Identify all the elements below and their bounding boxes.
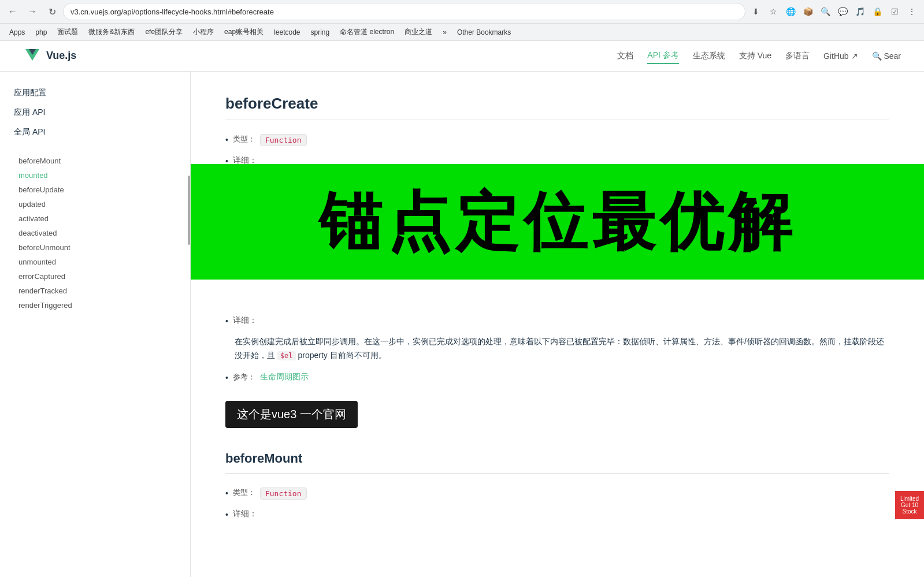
sidebar-item-errorcaptured[interactable]: errorCaptured xyxy=(0,269,190,284)
app-root: ← → ↻ ⬇ ☆ 🌐 📦 🔍 💬 🎵 🔒 ☑ ⋮ Apps php 面试题 微… xyxy=(0,0,924,577)
ext4-icon[interactable]: 💬 xyxy=(835,4,850,19)
adobe-panel[interactable]: Limited Get 10 Stock xyxy=(895,491,924,519)
search-button[interactable]: 🔍 Sear xyxy=(872,51,901,61)
bullet-icon-6: • xyxy=(225,510,228,519)
type-bullet: • 类型： Function xyxy=(225,134,889,146)
bookmark-eap[interactable]: eap账号相关 xyxy=(220,26,268,38)
type-label-2: 类型： xyxy=(233,487,255,498)
ext3-icon[interactable]: 🔍 xyxy=(818,4,833,19)
sidebar-section-app-config[interactable]: 应用配置 xyxy=(0,83,190,103)
type-value: Function xyxy=(260,134,307,146)
ext6-icon[interactable]: 🔒 xyxy=(870,4,885,19)
nav-github[interactable]: GitHub ↗ xyxy=(823,49,858,63)
type-label: 类型： xyxy=(233,134,255,144)
browser-icons: ⬇ ☆ 🌐 📦 🔍 💬 🎵 🔒 ☑ ⋮ xyxy=(748,4,919,19)
bookmark-efe[interactable]: efe团队分享 xyxy=(140,26,187,38)
refresh-button[interactable]: ↻ xyxy=(44,3,60,20)
section-title-beforecreate: beforeCreate xyxy=(225,95,889,120)
bookmark-micro[interactable]: 微服务&新东西 xyxy=(84,26,139,38)
adobe-text-1: Limited xyxy=(897,496,922,502)
sidebar-item-updated[interactable]: updated xyxy=(0,197,190,211)
section-title-beforemount: beforeMount xyxy=(225,451,889,474)
bookmark-business[interactable]: 商业之道 xyxy=(400,26,437,38)
adobe-text-2: Get 10 xyxy=(897,502,922,508)
bookmark-mini[interactable]: 小程序 xyxy=(188,26,218,38)
ext2-icon[interactable]: 📦 xyxy=(800,4,815,19)
nav-docs[interactable]: 文档 xyxy=(617,49,633,64)
ref-bullet: • 参考： 生命周期图示 xyxy=(225,372,889,382)
adobe-text-3: Stock xyxy=(897,508,922,515)
bookmark-php[interactable]: php xyxy=(31,27,51,38)
sidebar-item-rendertriggered[interactable]: renderTriggered xyxy=(0,298,190,312)
bookmark-interview[interactable]: 面试题 xyxy=(53,26,83,38)
sidebar-item-unmounted[interactable]: unmounted xyxy=(0,255,190,269)
logo-area: Vue.js xyxy=(23,47,76,65)
overlay-text: 锚点定位最优解 xyxy=(319,190,796,254)
sidebar-item-beforemount[interactable]: beforeMount xyxy=(0,154,190,168)
lifecycle-diagram-link[interactable]: 生命周期图示 xyxy=(260,372,309,382)
ref-label: 参考： xyxy=(233,372,255,382)
type-value-2: Function xyxy=(260,487,307,500)
bookmark-more[interactable]: » xyxy=(438,27,451,38)
site-header: Vue.js 文档 API 参考 生态系统 支持 Vue 多语言 GitHub … xyxy=(0,41,924,72)
detail-text-2b: property 目前尚不可用。 xyxy=(298,351,386,360)
vue-logo-icon xyxy=(23,47,42,65)
bullet-icon: • xyxy=(225,135,228,144)
content-area: 应用配置 应用 API 全局 API beforeMount mounted b… xyxy=(0,72,924,577)
green-overlay-banner: 锚点定位最优解 xyxy=(191,164,924,280)
detail-bullet-3: • 详细： xyxy=(225,509,889,519)
detail-label-2: 详细： xyxy=(233,315,257,326)
bookmark-spring[interactable]: spring xyxy=(306,27,335,38)
sidebar-item-activated[interactable]: activated xyxy=(0,211,190,226)
black-banner: 这个是vue3 一个官网 xyxy=(225,401,358,428)
nav-api[interactable]: API 参考 xyxy=(647,48,678,64)
browser-toolbar: ← → ↻ ⬇ ☆ 🌐 📦 🔍 💬 🎵 🔒 ☑ ⋮ xyxy=(0,0,924,23)
detail-text-2: 在实例创建完成后被立即同步调用。在这一步中，实例已完成对选项的处理，意味着以下内… xyxy=(225,335,889,363)
browser-chrome: ← → ↻ ⬇ ☆ 🌐 📦 🔍 💬 🎵 🔒 ☑ ⋮ Apps php 面试题 微… xyxy=(0,0,924,41)
ext1-icon[interactable]: 🌐 xyxy=(783,4,798,19)
sidebar-item-beforeunmount[interactable]: beforeUnmount xyxy=(0,240,190,255)
main-nav: 文档 API 参考 生态系统 支持 Vue 多语言 GitHub ↗ 🔍 Sea… xyxy=(617,48,901,64)
ext5-icon[interactable]: 🎵 xyxy=(852,4,867,19)
main-article: beforeCreate • 类型： Function • 详细： 在实例初始化… xyxy=(191,72,924,577)
nav-ecosystem[interactable]: 生态系统 xyxy=(693,49,725,64)
screenshot-icon[interactable]: ⬇ xyxy=(748,4,763,19)
sidebar-item-rendertracked[interactable]: renderTracked xyxy=(0,284,190,298)
sidebar-item-beforeupdate[interactable]: beforeUpdate xyxy=(0,183,190,197)
bookmark-leetcode[interactable]: leetcode xyxy=(269,27,305,38)
bullet-icon-5: • xyxy=(225,489,228,498)
site-title: Vue.js xyxy=(46,50,76,62)
scroll-bar[interactable] xyxy=(188,72,190,577)
back-button[interactable]: ← xyxy=(5,3,21,20)
bookmark-apps[interactable]: Apps xyxy=(5,27,29,38)
scroll-thumb[interactable] xyxy=(188,176,190,245)
star-icon[interactable]: ☆ xyxy=(766,4,781,19)
sidebar-item-mounted[interactable]: mounted xyxy=(0,168,190,183)
forward-button[interactable]: → xyxy=(24,3,40,20)
bookmark-electron[interactable]: 命名管道 electron xyxy=(335,26,399,38)
sidebar: 应用配置 应用 API 全局 API beforeMount mounted b… xyxy=(0,72,191,577)
type-bullet-2: • 类型： Function xyxy=(225,487,889,500)
address-bar[interactable] xyxy=(64,3,745,20)
nav-support[interactable]: 支持 Vue xyxy=(739,49,771,64)
ext7-icon[interactable]: ☑ xyxy=(887,4,902,19)
sidebar-section-app-api[interactable]: 应用 API xyxy=(0,103,190,122)
detail-label-3: 详细： xyxy=(233,509,257,519)
nav-language[interactable]: 多语言 xyxy=(785,49,810,64)
bullet-icon-3: • xyxy=(225,317,228,326)
bookmarks-bar: Apps php 面试题 微服务&新东西 efe团队分享 小程序 eap账号相关… xyxy=(0,23,924,40)
inline-code-sel: $el xyxy=(277,351,296,360)
more-icon[interactable]: ⋮ xyxy=(904,4,919,19)
sidebar-item-deactivated[interactable]: deactivated xyxy=(0,226,190,240)
bookmark-other[interactable]: Other Bookmarks xyxy=(452,27,515,38)
sidebar-section-global-api[interactable]: 全局 API xyxy=(0,122,190,142)
bullet-icon-4: • xyxy=(225,373,228,382)
detail-bullet-2: • 详细： xyxy=(225,315,889,326)
